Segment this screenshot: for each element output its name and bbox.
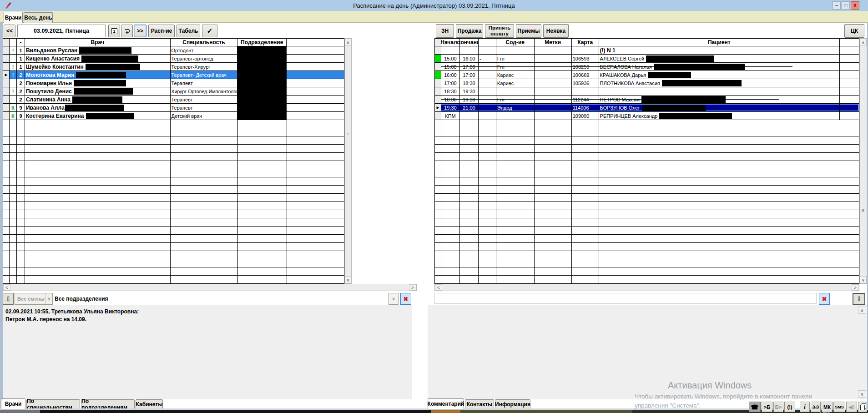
appointment-row[interactable]: 18:30 19:30 — [435, 87, 859, 96]
doctor-department-redacted — [237, 96, 287, 103]
header-end[interactable]: кончани — [460, 39, 479, 46]
redaction-box — [76, 72, 126, 78]
scroll-right-icon[interactable]: > — [409, 284, 416, 291]
scroll-grip-icon[interactable]: ≡ — [345, 131, 351, 136]
reschedule-button[interactable] — [121, 25, 133, 37]
doctor-row[interactable]: 2 Слатинина Анна Терапевт — [3, 96, 344, 104]
doctor-row[interactable]: К 9 Иванова Алла Терапевт — [3, 104, 344, 112]
doctor-row[interactable]: 2 Пономарев Илья Терапевт — [3, 79, 344, 87]
header-doctor[interactable]: Врач — [25, 39, 171, 46]
patient-name: (!) N 1 — [599, 46, 840, 54]
accept-payment-button[interactable]: Принять оплату — [485, 24, 514, 38]
dd-button[interactable]: д/д — [811, 402, 821, 412]
calendar-button[interactable]: 1 — [108, 25, 120, 37]
doctor-row[interactable]: ! 2 Пошутило Денис Хирург-Ортопед-Имплан… — [3, 87, 344, 96]
tab-information[interactable]: Информация — [495, 399, 530, 409]
pin-panel-button[interactable]: ⇩ — [3, 293, 14, 305]
to-blank-button[interactable]: >Б — [762, 402, 772, 412]
appointment-row-cancelled[interactable]: 18:30 19:30 Ггн 112244 ПЕТРОВ Максим — [435, 96, 859, 104]
zn-button[interactable]: ЗН — [436, 24, 454, 38]
pin-panel-button[interactable]: ⇩ — [853, 293, 865, 305]
scroll-down-icon[interactable]: ∨ — [860, 276, 867, 283]
doctors-hscrollbar[interactable]: < > — [3, 284, 417, 291]
chevron-down-icon: ∨ — [392, 297, 395, 301]
appointments-hscrollbar[interactable]: < > — [434, 284, 859, 291]
chevron-down-icon[interactable]: ∨ — [45, 293, 52, 304]
ck-button[interactable]: ЦК — [844, 24, 864, 38]
scroll-up-icon[interactable]: ∧ — [860, 39, 867, 46]
appointment-row-cancelled[interactable]: 15:00 17:00 Ггн 108259 БЕСПАЛОВА Наталья — [435, 63, 859, 71]
no-show-button[interactable]: Неявка — [543, 24, 569, 38]
info-button[interactable]: i — [800, 402, 810, 412]
schedule-comment-area[interactable]: 02.09.2021 10:55, Третьякова Ульяна Викт… — [3, 306, 412, 399]
next-day-button[interactable]: >> — [134, 25, 146, 37]
from-blank-button[interactable]: Б> — [773, 402, 783, 412]
redaction-box — [65, 105, 124, 111]
tab-by-department[interactable]: По подразделениям — [81, 399, 135, 409]
header-shift[interactable]: - — [17, 39, 25, 46]
tab-by-specialty[interactable]: По специальностям — [26, 399, 80, 409]
sale-button[interactable]: Продажа — [456, 24, 483, 38]
scroll-grip-icon[interactable]: ≡ — [860, 208, 867, 213]
tab-comment[interactable]: Комментарий — [428, 398, 464, 409]
minimize-button[interactable]: – — [833, 1, 841, 10]
prev-day-button[interactable]: << — [4, 25, 15, 37]
confirm-button[interactable]: ✓ — [202, 25, 217, 37]
header-marks[interactable]: Метки — [535, 39, 572, 46]
scroll-up-icon[interactable]: ∧ — [345, 39, 351, 46]
header-specialty[interactable]: Специальность — [171, 39, 238, 46]
end-time — [460, 112, 479, 120]
appointment-row[interactable]: КПМ 109090 РЕПРИНЦЕВ Александр — [435, 112, 859, 120]
scroll-down-icon[interactable]: ∨ — [345, 276, 351, 283]
tab-contacts[interactable]: Контакты — [465, 399, 494, 409]
departments-dropdown-button[interactable]: ∨ — [389, 293, 399, 305]
header-department[interactable]: Подразделение — [237, 39, 287, 46]
tab-cabinets[interactable]: Кабинеты — [136, 399, 163, 409]
phone-button[interactable]: ☎ — [749, 402, 761, 412]
timesheet-button[interactable]: Табель — [177, 25, 200, 37]
scroll-down-icon[interactable]: ∨ — [858, 390, 866, 398]
restore-button[interactable]: □ — [842, 1, 850, 10]
header-patient[interactable]: Пациент — [599, 39, 840, 46]
sound-button[interactable]: ◀)) — [846, 402, 857, 412]
appointment-row[interactable]: 16:00 17:00 Кариес 100669 КРАШАКОВА Дарь… — [435, 71, 859, 79]
copy-button[interactable] — [858, 402, 867, 412]
header-card[interactable]: Карта — [572, 39, 599, 46]
close-button[interactable]: X — [851, 1, 859, 10]
shifts-combobox[interactable]: Все смены ∨ — [15, 293, 53, 305]
doctor-row[interactable]: ! 1 Шумейко Константин Терапевт-Хирург — [3, 63, 344, 71]
alert-button[interactable]: (!) — [784, 402, 795, 412]
receptions-button[interactable]: Приемы — [516, 24, 541, 38]
header-start[interactable]: Начало — [441, 39, 460, 46]
mk-button[interactable]: МК — [822, 402, 833, 412]
row-indicator — [435, 112, 441, 120]
schedule-button[interactable]: Расп-ие — [148, 25, 175, 37]
date-field[interactable]: 03.09.2021, Пятница — [17, 25, 106, 37]
sms-button[interactable]: SMS — [833, 402, 845, 412]
tab-whole-day[interactable]: Весь день — [24, 12, 53, 23]
departments-combobox[interactable]: Все подразделения — [55, 294, 387, 304]
scroll-right-icon[interactable]: > — [852, 284, 859, 291]
clear-filter-button[interactable]: ✖ — [400, 293, 411, 305]
doctor-row-selected[interactable]: ▶ ! 2 Молоткова Мария Терапевт- Детский … — [3, 71, 344, 79]
clear-filter-button[interactable]: ✖ — [819, 293, 830, 305]
doctor-row[interactable]: 1 Кищенко Анастасия Терапевт-ортопед — [3, 55, 344, 63]
patient-filter-field[interactable] — [434, 293, 817, 304]
appointment-row-selected[interactable]: ▶ 19:30 21:00 Эндод 114006 БОРЗУНОВ Олег — [435, 104, 859, 112]
scroll-left-icon[interactable]: < — [435, 284, 442, 291]
appointment-row[interactable]: (!) N 1 — [435, 46, 859, 55]
tab-doctors[interactable]: Врачи — [4, 12, 23, 23]
tab-doctors-bottom[interactable]: Врачи — [1, 398, 25, 409]
doctor-row[interactable]: К 9 Костерина Екатерина Детский врач — [3, 112, 344, 120]
appointment-row[interactable]: 15:00 16:00 - Ггн 106593 АЛЕКСЕЕВ Сергей — [435, 55, 859, 63]
appointments-table: Начало кончани Сод-ие Метки Карта Пациен… — [434, 38, 859, 284]
appointments-vscrollbar[interactable]: ∧ ≡ ∨ — [859, 38, 867, 284]
scroll-left-icon[interactable]: < — [3, 284, 10, 291]
row-indicator — [435, 79, 441, 87]
doctor-row[interactable]: ! 1 Вильданов Руслан Ортодонт — [3, 46, 344, 55]
doctors-vscrollbar[interactable]: ∧ ≡ ∨ — [344, 38, 352, 284]
scroll-up-icon[interactable]: ∧ — [858, 307, 866, 314]
patient-comment-area[interactable] — [428, 306, 867, 399]
header-content[interactable]: Сод-ие — [496, 39, 535, 46]
appointment-row[interactable]: 17:00 18:30 - Кариес 105936 ПЛОТНИКОВА А… — [435, 79, 859, 87]
